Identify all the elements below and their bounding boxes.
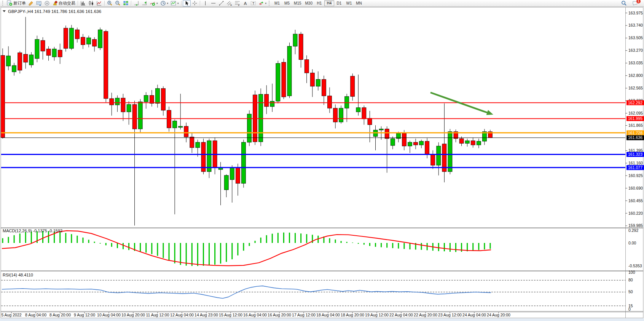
- publish-chart-button[interactable]: [35, 0, 43, 6]
- dropdown-caret-icon[interactable]: ▾: [177, 2, 179, 5]
- svg-text:161.636: 161.636: [628, 135, 642, 140]
- periods-button[interactable]: ▾: [159, 0, 170, 6]
- timeframe-button-M5[interactable]: M5: [282, 0, 292, 6]
- zoom-in-icon: [107, 0, 113, 6]
- candlestick: [339, 105, 343, 124]
- template-icon: [171, 0, 176, 6]
- candlestick: [276, 61, 280, 103]
- crosshair-icon: [192, 0, 198, 6]
- chart-canvas[interactable]: 163.975163.740163.505163.270163.035162.8…: [0, 0, 644, 321]
- candlestick: [253, 91, 257, 145]
- timeframe-button-W1[interactable]: W1: [344, 0, 354, 6]
- date-label: 9 Aug 12:00: [74, 313, 95, 317]
- chart-title: GBPJPY-,H4 161.749 161.786 161.636 161.6…: [8, 9, 101, 14]
- price-tick-label: 163.270: [628, 48, 643, 53]
- date-label: 8 Aug 20:00: [49, 313, 71, 317]
- zoom-out-icon: [115, 0, 121, 6]
- dropdown-caret-icon[interactable]: ▾: [167, 2, 169, 5]
- toolbar-grip[interactable]: [269, 1, 271, 6]
- svg-text:E: E: [230, 3, 232, 6]
- new-order-icon: [7, 0, 13, 6]
- timeframe-button-M1[interactable]: M1: [272, 0, 282, 6]
- channel-icon: E: [226, 0, 232, 6]
- toolbar-grip[interactable]: [2, 1, 5, 6]
- text-button[interactable]: A: [241, 0, 249, 6]
- macd-tick-label: -0.5353: [628, 264, 642, 268]
- price-tag-161.728: 161.728: [626, 130, 644, 135]
- toolbar-right: 1: [620, 0, 643, 6]
- line-chart-button[interactable]: [95, 0, 103, 6]
- rsi-tick-label: 0: [628, 307, 631, 311]
- crosshair-button[interactable]: [191, 0, 199, 6]
- signal-button[interactable]: [43, 0, 51, 6]
- indicators-button[interactable]: ▾: [148, 0, 159, 6]
- line-chart-icon: [96, 0, 102, 6]
- timeframe-button-H1[interactable]: H1: [314, 0, 324, 6]
- search-button[interactable]: [620, 0, 628, 6]
- new-order-button[interactable]: 新订单: [6, 0, 27, 6]
- auto-scroll-icon: [134, 0, 139, 6]
- chat-button[interactable]: 1: [631, 0, 639, 6]
- candle-chart-button[interactable]: [87, 0, 95, 6]
- text-icon: A: [242, 0, 248, 6]
- bar-chart-button[interactable]: [79, 0, 87, 6]
- fibonacci-icon: F: [234, 0, 240, 6]
- trendline-button[interactable]: [217, 0, 225, 6]
- candlestick: [241, 140, 245, 188]
- date-label: 16 Aug 04:00: [243, 313, 267, 317]
- crayon-button[interactable]: [27, 0, 35, 6]
- price-tick-label: 160.220: [628, 211, 643, 216]
- date-label: 15 Aug 12:00: [219, 313, 242, 317]
- timeframe-button-M30[interactable]: M30: [303, 0, 314, 6]
- date-label: 17 Aug 12:00: [292, 313, 316, 317]
- vline-button[interactable]: [201, 0, 209, 6]
- candlestick: [18, 51, 22, 73]
- price-tick-label: 161.160: [628, 161, 643, 165]
- timeframe-button-M15[interactable]: M15: [292, 0, 303, 6]
- tile-windows-button[interactable]: [122, 0, 130, 6]
- svg-text:161.995: 161.995: [628, 116, 642, 121]
- label-icon: T: [250, 0, 256, 6]
- auto-scroll-button[interactable]: [132, 0, 140, 6]
- price-tick-label: 159.985: [628, 223, 643, 228]
- price-tick-label: 162.095: [628, 111, 643, 115]
- templates-button[interactable]: ▾: [169, 0, 180, 6]
- chart-shift-button[interactable]: [140, 0, 148, 6]
- toolbar-separator: [104, 1, 105, 6]
- zoom-out-button[interactable]: [114, 0, 122, 6]
- search-icon: [621, 0, 627, 6]
- shapes-icon: [258, 0, 264, 6]
- price-tick-label: 161.865: [628, 123, 643, 128]
- timeframe-button-H4[interactable]: H4: [324, 0, 334, 6]
- fibonacci-button[interactable]: F: [233, 0, 241, 6]
- candlestick: [98, 28, 102, 50]
- date-label: 24 Aug 20:00: [487, 313, 510, 317]
- shapes-button[interactable]: ▾: [257, 0, 268, 6]
- cursor-button[interactable]: [183, 0, 191, 6]
- date-label: 8 Aug 04:00: [25, 313, 46, 317]
- autotrade-button[interactable]: 自动交易: [51, 0, 77, 6]
- svg-text:F: F: [238, 4, 239, 6]
- label-button[interactable]: T: [249, 0, 257, 6]
- candlestick: [167, 107, 171, 132]
- clock-icon: [160, 0, 166, 6]
- dropdown-caret-icon[interactable]: ▾: [265, 2, 267, 5]
- price-tick-label: 160.925: [628, 173, 643, 178]
- candlestick: [104, 30, 108, 102]
- channel-button[interactable]: E: [225, 0, 233, 6]
- tile-windows-icon: [123, 0, 129, 6]
- macd-tick-label: 0.292: [628, 228, 638, 233]
- hline-button[interactable]: [209, 0, 217, 6]
- svg-text:162.292: 162.292: [628, 101, 642, 105]
- macd-tick-label: 0.00: [628, 241, 636, 245]
- timeframe-button-D1[interactable]: D1: [334, 0, 344, 6]
- date-label: 24 Aug 04:00: [462, 313, 486, 317]
- price-tag-161.636: 161.636: [626, 135, 644, 140]
- date-label: 16 Aug 20:00: [268, 313, 291, 317]
- toolbar-separator: [181, 1, 182, 6]
- candlestick: [201, 139, 206, 174]
- date-label: 22 Aug 04:00: [389, 313, 413, 317]
- timeframe-button-MN[interactable]: MN: [354, 0, 364, 6]
- zoom-in-button[interactable]: [106, 0, 114, 6]
- dropdown-caret-icon[interactable]: ▾: [156, 2, 158, 5]
